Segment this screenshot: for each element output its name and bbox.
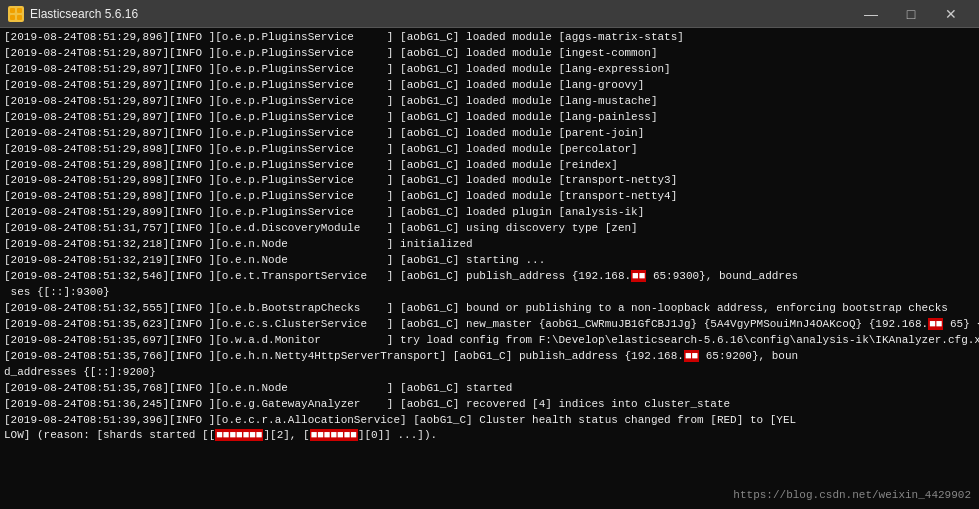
svg-rect-2 [10, 15, 15, 20]
log-line: [2019-08-24T08:51:29,897][INFO ][o.e.p.P… [4, 126, 975, 142]
watermark: https://blog.csdn.net/weixin_4429902 [733, 489, 971, 501]
log-line: [2019-08-24T08:51:31,757][INFO ][o.e.d.D… [4, 221, 975, 237]
log-line: [2019-08-24T08:51:32,218][INFO ][o.e.n.N… [4, 237, 975, 253]
svg-rect-1 [17, 8, 22, 13]
log-line: [2019-08-24T08:51:29,897][INFO ][o.e.p.P… [4, 46, 975, 62]
log-line: [2019-08-24T08:51:29,897][INFO ][o.e.p.P… [4, 78, 975, 94]
log-line: [2019-08-24T08:51:29,898][INFO ][o.e.p.P… [4, 142, 975, 158]
log-line: [2019-08-24T08:51:29,899][INFO ][o.e.p.P… [4, 205, 975, 221]
log-line: [2019-08-24T08:51:29,896][INFO ][o.e.p.P… [4, 30, 975, 46]
close-button[interactable]: ✕ [931, 0, 971, 28]
maximize-button[interactable]: □ [891, 0, 931, 28]
log-line: [2019-08-24T08:51:35,766][INFO ][o.e.h.n… [4, 349, 975, 381]
log-line: [2019-08-24T08:51:29,897][INFO ][o.e.p.P… [4, 62, 975, 78]
log-line: [2019-08-24T08:51:29,898][INFO ][o.e.p.P… [4, 189, 975, 205]
window-title: Elasticsearch 5.6.16 [30, 7, 138, 21]
log-line: [2019-08-24T08:51:29,898][INFO ][o.e.p.P… [4, 173, 975, 189]
log-line: [2019-08-24T08:51:29,897][INFO ][o.e.p.P… [4, 110, 975, 126]
log-line: [2019-08-24T08:51:35,623][INFO ][o.e.c.s… [4, 317, 975, 333]
log-line: [2019-08-24T08:51:36,245][INFO ][o.e.g.G… [4, 397, 975, 413]
console-output: [2019-08-24T08:51:29,896][INFO ][o.e.p.P… [0, 28, 979, 509]
log-line: [2019-08-24T08:51:39,396][INFO ][o.e.c.r… [4, 413, 975, 445]
log-line: [2019-08-24T08:51:29,897][INFO ][o.e.p.P… [4, 94, 975, 110]
log-line: [2019-08-24T08:51:29,898][INFO ][o.e.p.P… [4, 158, 975, 174]
log-line: [2019-08-24T08:51:35,697][INFO ][o.w.a.d… [4, 333, 975, 349]
log-line: [2019-08-24T08:51:35,768][INFO ][o.e.n.N… [4, 381, 975, 397]
svg-rect-3 [17, 15, 22, 20]
log-line: [2019-08-24T08:51:32,546][INFO ][o.e.t.T… [4, 269, 975, 301]
window-controls: — □ ✕ [851, 0, 971, 28]
log-line: [2019-08-24T08:51:32,219][INFO ][o.e.n.N… [4, 253, 975, 269]
minimize-button[interactable]: — [851, 0, 891, 28]
log-line: [2019-08-24T08:51:32,555][INFO ][o.e.b.B… [4, 301, 975, 317]
app-icon [8, 6, 24, 22]
title-bar: Elasticsearch 5.6.16 — □ ✕ [0, 0, 979, 28]
svg-rect-0 [10, 8, 15, 13]
